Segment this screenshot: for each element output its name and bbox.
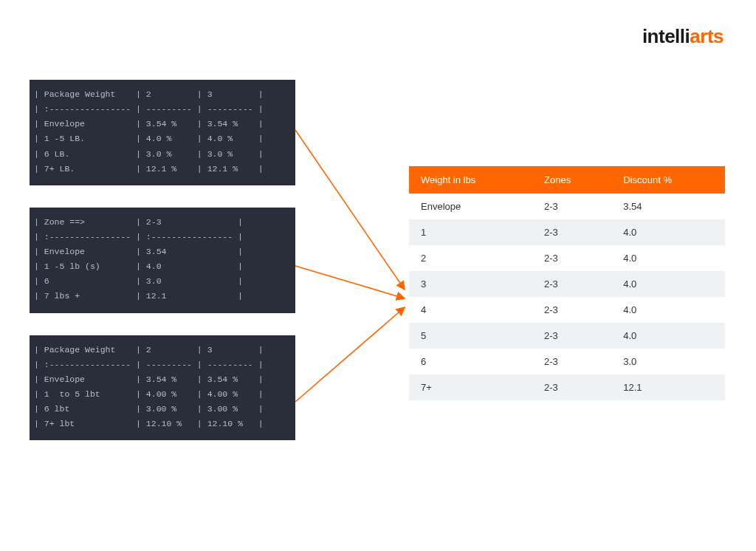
- table-row: 12-34.0: [409, 219, 725, 245]
- table-cell: 3.54: [611, 194, 725, 219]
- table-cell: 2-3: [532, 323, 611, 349]
- output-table-body: Envelope2-33.5412-34.022-34.032-34.042-3…: [409, 194, 725, 400]
- table-cell: 4.0: [611, 323, 725, 349]
- table-cell: 1: [409, 219, 532, 245]
- table-row: 52-34.0: [409, 323, 725, 349]
- code-line: | Zone ==> | 2-3 |: [30, 215, 295, 230]
- code-line: | 7+ LB. | 12.1 % | 12.1 % |: [30, 162, 295, 177]
- logo-text-2: arts: [690, 25, 724, 47]
- code-line: | 1 to 5 lbt | 4.00 % | 4.00 % |: [30, 387, 295, 402]
- arrow-1: [295, 130, 405, 290]
- code-line: | Envelope | 3.54 % | 3.54 % |: [30, 117, 295, 131]
- code-line: | 7 lbs + | 12.1 |: [30, 289, 295, 304]
- code-line: | :---------------- | --------- | ------…: [30, 102, 295, 117]
- output-col-weight: Weight in lbs: [409, 166, 532, 194]
- output-table-container: Weight in lbs Zones Discount % Envelope2…: [409, 166, 725, 400]
- source-table-2: | Zone ==> | 2-3 || :---------------- | …: [30, 208, 295, 313]
- table-cell: 4: [409, 297, 532, 323]
- output-table: Weight in lbs Zones Discount % Envelope2…: [409, 166, 725, 400]
- code-line: | 6 LB. | 3.0 % | 3.0 % |: [30, 147, 295, 162]
- table-cell: 7+: [409, 374, 532, 400]
- table-row: 42-34.0: [409, 297, 725, 323]
- code-line: | 1 -5 LB. | 4.0 % | 4.0 % |: [30, 131, 295, 146]
- code-line: | 6 lbt | 3.00 % | 3.00 % |: [30, 402, 295, 417]
- table-cell: 4.0: [611, 219, 725, 245]
- output-col-zones: Zones: [532, 166, 611, 194]
- table-cell: 4.0: [611, 245, 725, 271]
- table-cell: 6: [409, 349, 532, 374]
- table-row: Envelope2-33.54: [409, 194, 725, 219]
- code-line: | Envelope | 3.54 % | 3.54 % |: [30, 372, 295, 387]
- output-col-discount: Discount %: [611, 166, 725, 194]
- logo-text-1: intelli: [642, 25, 690, 47]
- source-table-3: | Package Weight | 2 | 3 || :-----------…: [30, 335, 295, 441]
- table-cell: 2-3: [532, 245, 611, 271]
- code-line: | Package Weight | 2 | 3 |: [30, 343, 295, 357]
- code-line: | 6 | 3.0 |: [30, 274, 295, 289]
- source-tables-column: | Package Weight | 2 | 3 || :-----------…: [30, 80, 295, 462]
- table-row: 22-34.0: [409, 245, 725, 271]
- table-cell: 2: [409, 245, 532, 271]
- table-cell: 4.0: [611, 271, 725, 297]
- table-cell: 3.0: [611, 349, 725, 374]
- table-cell: 5: [409, 323, 532, 349]
- arrow-2: [295, 266, 405, 298]
- code-line: | :---------------- | :---------------- …: [30, 230, 295, 244]
- source-table-1: | Package Weight | 2 | 3 || :-----------…: [30, 80, 295, 185]
- table-cell: 2-3: [532, 194, 611, 219]
- table-cell: 2-3: [532, 374, 611, 400]
- table-cell: 4.0: [611, 297, 725, 323]
- brand-logo: intelliarts: [642, 25, 724, 48]
- output-table-header: Weight in lbs Zones Discount %: [409, 166, 725, 194]
- table-cell: 12.1: [611, 374, 725, 400]
- table-row: 32-34.0: [409, 271, 725, 297]
- code-line: | 7+ lbt | 12.10 % | 12.10 % |: [30, 417, 295, 431]
- table-cell: 2-3: [532, 349, 611, 374]
- code-line: | :---------------- | --------- | ------…: [30, 357, 295, 372]
- table-cell: 2-3: [532, 271, 611, 297]
- table-cell: 2-3: [532, 219, 611, 245]
- code-line: | Package Weight | 2 | 3 |: [30, 87, 295, 102]
- table-row: 62-33.0: [409, 349, 725, 374]
- table-row: 7+2-312.1: [409, 374, 725, 400]
- code-line: | Envelope | 3.54 |: [30, 244, 295, 259]
- table-cell: 2-3: [532, 297, 611, 323]
- code-line: | 1 -5 lb (s) | 4.0 |: [30, 259, 295, 274]
- arrow-3: [295, 307, 405, 402]
- table-cell: Envelope: [409, 194, 532, 219]
- table-cell: 3: [409, 271, 532, 297]
